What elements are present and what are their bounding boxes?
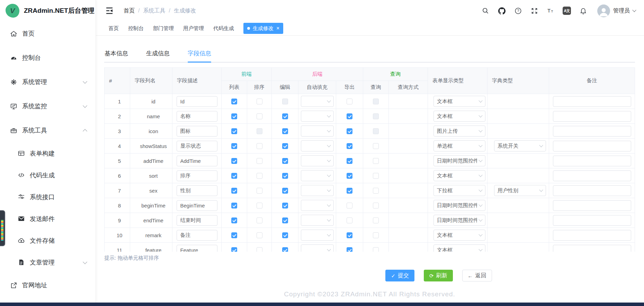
field-desc-input[interactable] bbox=[177, 156, 217, 166]
field-desc-input[interactable] bbox=[177, 200, 217, 211]
sort-checkbox[interactable] bbox=[257, 173, 262, 179]
fields-table-container[interactable]: # 字段列名 字段描述 前端 后端 查询 表单显示类型 字典类型 备注 列表 排… bbox=[104, 67, 635, 252]
remark-input[interactable] bbox=[553, 215, 631, 226]
back-button[interactable]: ←返回 bbox=[462, 270, 492, 281]
sort-checkbox[interactable] bbox=[257, 203, 262, 208]
tag[interactable]: 用户管理 bbox=[183, 25, 204, 32]
dict-type-select[interactable]: 系统开关 bbox=[494, 140, 546, 151]
list-checkbox[interactable] bbox=[231, 188, 237, 194]
close-icon[interactable]: × bbox=[276, 26, 279, 31]
export-checkbox[interactable] bbox=[347, 99, 352, 104]
export-checkbox[interactable] bbox=[347, 247, 352, 252]
autofill-select[interactable] bbox=[301, 126, 334, 137]
edit-checkbox[interactable] bbox=[282, 143, 288, 149]
form-type-select[interactable]: 文本框 bbox=[433, 170, 485, 181]
sort-checkbox[interactable] bbox=[257, 113, 262, 119]
sidebar-item[interactable]: 系统管理 bbox=[0, 70, 96, 94]
edit-checkbox[interactable] bbox=[282, 232, 288, 238]
github-icon[interactable] bbox=[498, 7, 506, 15]
breadcrumb-item[interactable]: 系统工具 bbox=[143, 7, 173, 15]
remark-input[interactable] bbox=[553, 126, 631, 137]
list-checkbox[interactable] bbox=[231, 128, 237, 134]
fullscreen-icon[interactable] bbox=[530, 7, 538, 15]
export-checkbox[interactable] bbox=[347, 158, 352, 164]
form-type-select[interactable]: 下拉框 bbox=[433, 185, 485, 196]
autofill-select[interactable] bbox=[301, 111, 334, 122]
sort-checkbox[interactable] bbox=[257, 217, 262, 223]
form-type-select[interactable]: 文本框 bbox=[433, 96, 485, 107]
autofill-select[interactable] bbox=[301, 185, 334, 196]
edit-checkbox[interactable] bbox=[282, 173, 288, 179]
menu-fold-icon[interactable] bbox=[105, 6, 114, 15]
breadcrumb-item[interactable]: 首页 bbox=[124, 7, 143, 15]
autofill-select[interactable] bbox=[301, 140, 334, 151]
remark-input[interactable] bbox=[553, 245, 631, 252]
field-desc-input[interactable] bbox=[177, 215, 217, 226]
form-type-select[interactable]: 单选框 bbox=[433, 140, 485, 151]
list-checkbox[interactable] bbox=[231, 247, 237, 252]
sidebar-item[interactable]: 系统接口 bbox=[0, 186, 96, 208]
app-logo-row[interactable]: V ZRAdmin.NET后台管理 bbox=[0, 0, 96, 21]
form-type-select[interactable]: 图片上传 bbox=[433, 126, 485, 137]
field-desc-input[interactable] bbox=[177, 230, 217, 241]
autofill-select[interactable] bbox=[301, 244, 334, 252]
sidebar-item[interactable]: 发送邮件 bbox=[0, 208, 96, 230]
list-checkbox[interactable] bbox=[231, 99, 237, 104]
form-type-select[interactable]: 日期时间范围控件 bbox=[433, 215, 485, 226]
query-checkbox[interactable] bbox=[373, 247, 379, 252]
dict-type-select[interactable]: 用户性别 bbox=[494, 185, 546, 196]
query-checkbox[interactable] bbox=[373, 158, 379, 164]
query-checkbox[interactable] bbox=[373, 143, 379, 149]
field-desc-input[interactable] bbox=[177, 170, 217, 181]
query-checkbox[interactable] bbox=[373, 188, 379, 194]
remark-input[interactable] bbox=[553, 230, 631, 241]
remark-input[interactable] bbox=[553, 170, 631, 181]
form-type-select[interactable]: 日期时间范围控件 bbox=[433, 155, 485, 166]
font-size-icon[interactable]: TT bbox=[546, 7, 555, 15]
query-checkbox[interactable] bbox=[373, 203, 379, 208]
remark-input[interactable] bbox=[553, 200, 631, 211]
field-desc-input[interactable] bbox=[177, 245, 217, 252]
autofill-select[interactable] bbox=[301, 96, 334, 107]
export-checkbox[interactable] bbox=[347, 113, 352, 119]
dev-widget-tab[interactable] bbox=[0, 210, 5, 246]
sidebar-item[interactable]: 官网地址 bbox=[0, 273, 96, 297]
query-checkbox[interactable] bbox=[373, 217, 379, 223]
field-desc-input[interactable] bbox=[177, 126, 217, 137]
sidebar-item[interactable]: 首页 bbox=[0, 21, 96, 46]
export-checkbox[interactable] bbox=[347, 173, 352, 179]
tag[interactable]: 代码生成 bbox=[213, 25, 234, 32]
query-checkbox[interactable] bbox=[373, 173, 379, 179]
search-icon[interactable] bbox=[481, 7, 490, 15]
export-checkbox[interactable] bbox=[347, 188, 352, 194]
remark-input[interactable] bbox=[553, 141, 631, 151]
autofill-select[interactable] bbox=[301, 170, 334, 181]
edit-checkbox[interactable] bbox=[282, 188, 288, 194]
edit-checkbox[interactable] bbox=[282, 113, 288, 119]
submit-button[interactable]: ✓提交 bbox=[385, 270, 414, 281]
export-checkbox[interactable] bbox=[347, 217, 352, 223]
list-checkbox[interactable] bbox=[231, 173, 237, 179]
tab-item[interactable]: 生成信息 bbox=[146, 49, 170, 62]
field-desc-input[interactable] bbox=[177, 111, 217, 122]
list-checkbox[interactable] bbox=[231, 143, 237, 149]
export-checkbox[interactable] bbox=[347, 128, 352, 134]
tag[interactable]: 部门管理 bbox=[153, 25, 174, 32]
remark-input[interactable] bbox=[553, 96, 631, 107]
list-checkbox[interactable] bbox=[231, 232, 237, 238]
help-icon[interactable]: ? bbox=[514, 7, 522, 15]
sort-checkbox[interactable] bbox=[257, 158, 262, 164]
list-checkbox[interactable] bbox=[231, 113, 237, 119]
notification-bell-icon[interactable] bbox=[579, 7, 587, 15]
list-checkbox[interactable] bbox=[231, 203, 237, 208]
sidebar-item[interactable]: 代码生成 bbox=[0, 164, 96, 186]
export-checkbox[interactable] bbox=[347, 143, 352, 149]
remark-input[interactable] bbox=[553, 111, 631, 122]
export-checkbox[interactable] bbox=[347, 203, 352, 208]
tag[interactable]: 首页 bbox=[108, 25, 119, 32]
user-menu[interactable]: 管理员 bbox=[597, 4, 636, 17]
edit-checkbox[interactable] bbox=[282, 247, 288, 252]
breadcrumb-item[interactable]: 生成修改 bbox=[174, 7, 196, 15]
autofill-select[interactable] bbox=[301, 215, 334, 226]
sort-checkbox[interactable] bbox=[257, 188, 262, 194]
